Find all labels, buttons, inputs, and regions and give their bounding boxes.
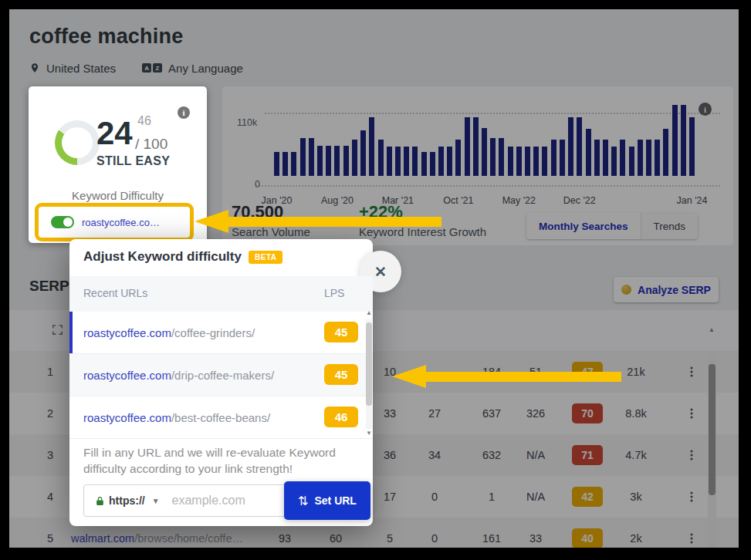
recent-urls-header: Recent URLs LPS [69, 276, 373, 312]
recent-url-text: roastycoffee.com/coffee-grinders/ [83, 326, 255, 339]
difficulty-verdict: STILL EASY [96, 154, 170, 168]
keyword-difficulty-card: 24 46 / 100 STILL EASY Keyword Difficult… [29, 86, 207, 243]
chevron-down-icon: ▼ [152, 497, 160, 505]
recent-url-item[interactable]: roastycoffee.com/best-coffee-beans/46 [69, 396, 373, 439]
recent-url-text: roastycoffee.com/drip-coffee-makers/ [83, 369, 274, 382]
domain-toggle-label[interactable]: roastycoffee.co… [82, 217, 160, 228]
list-scroll-up-icon[interactable]: ▲ [366, 310, 372, 316]
app-window: coffee machine United States AZ Any Lang… [0, 0, 751, 560]
close-icon: ✕ [374, 263, 387, 281]
list-scrollbar-thumb[interactable] [366, 322, 372, 406]
lps-column-label: LPS [324, 287, 344, 299]
set-url-button[interactable]: ⇅ Set URL [284, 481, 370, 520]
set-url-label: Set URL [314, 494, 356, 507]
list-scroll-down-icon[interactable]: ▼ [366, 430, 372, 437]
kwfinder-page: coffee machine United States AZ Any Lang… [9, 9, 739, 548]
lock-icon [95, 496, 105, 506]
protocol-label: https:// [109, 494, 145, 507]
url-input[interactable] [171, 493, 274, 508]
modal-list-scrollbar[interactable]: ▲ ▼ [366, 313, 373, 435]
recent-url-text: roastycoffee.com/best-coffee-beans/ [83, 411, 270, 424]
adjust-kd-modal: Adjust Keyword difficulty BETA ✕ Recent … [69, 239, 373, 526]
protocol-select[interactable]: https:// ▼ [95, 494, 160, 507]
difficulty-score: 24 [96, 117, 133, 150]
modal-title: Adjust Keyword difficulty [83, 249, 242, 265]
recent-urls-list: roastycoffee.com/coffee-grinders/45roast… [69, 312, 373, 439]
recent-url-item[interactable]: roastycoffee.com/coffee-grinders/45 [69, 312, 373, 354]
recent-url-lps-badge: 46 [324, 407, 358, 427]
toggle-highlight-box: roastycoffee.co… [35, 203, 194, 241]
selected-url-indicator [69, 312, 73, 353]
domain-compare-toggle[interactable] [51, 216, 74, 228]
difficulty-info-icon[interactable]: i [178, 106, 190, 119]
difficulty-denominator: / 100 [135, 136, 167, 153]
swap-arrows-icon: ⇅ [298, 494, 308, 508]
difficulty-gauge [55, 120, 100, 165]
difficulty-score-original: 46 [137, 114, 151, 128]
recent-url-lps-badge: 45 [324, 364, 358, 385]
recent-url-lps-badge: 45 [324, 322, 358, 342]
difficulty-label: Keyword Difficulty [29, 189, 207, 202]
recent-url-item[interactable]: roastycoffee.com/drip-coffee-makers/45 [69, 354, 373, 396]
modal-description: Fill in any URL and we will re-evaluate … [83, 444, 352, 477]
beta-badge: BETA [249, 251, 282, 264]
recent-urls-label: Recent URLs [83, 287, 147, 299]
